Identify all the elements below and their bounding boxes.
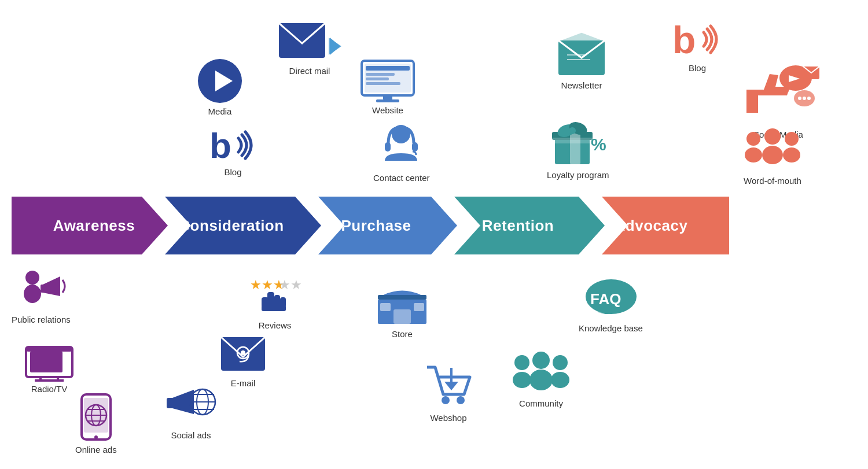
blog-consideration-icon: b bbox=[208, 124, 258, 165]
svg-text:%: % bbox=[591, 135, 606, 154]
svg-point-77 bbox=[513, 372, 531, 388]
store-icon bbox=[373, 278, 431, 327]
svg-rect-52 bbox=[412, 142, 418, 152]
svg-point-88 bbox=[803, 97, 806, 100]
svg-point-1 bbox=[24, 285, 41, 303]
community-icon bbox=[509, 350, 573, 396]
reviews-item: ★★★ ★★ Reviews bbox=[249, 272, 301, 330]
svg-marker-2 bbox=[43, 276, 60, 296]
word-of-mouth-icon bbox=[741, 127, 804, 173]
svg-point-87 bbox=[798, 97, 801, 100]
blog-advocacy-item: b Blog bbox=[671, 17, 723, 73]
svg-rect-3 bbox=[41, 285, 44, 293]
svg-point-81 bbox=[529, 370, 553, 390]
svg-rect-48 bbox=[383, 95, 392, 100]
svg-point-76 bbox=[514, 355, 529, 370]
blog-consideration-label: Blog bbox=[224, 167, 241, 177]
blog-advocacy-label: Blog bbox=[689, 63, 706, 73]
svg-rect-55 bbox=[393, 309, 411, 324]
svg-rect-6 bbox=[26, 347, 72, 352]
svg-rect-56 bbox=[380, 303, 391, 311]
public-relations-item: Public relations bbox=[12, 266, 71, 324]
website-item: Website bbox=[359, 58, 417, 115]
svg-point-0 bbox=[25, 271, 39, 285]
community-item: Community bbox=[509, 350, 573, 408]
svg-point-92 bbox=[745, 147, 762, 163]
svg-point-93 bbox=[785, 132, 799, 146]
social-media-icon bbox=[735, 58, 822, 127]
reviews-label: Reviews bbox=[259, 320, 292, 330]
svg-point-91 bbox=[746, 132, 760, 146]
loyalty-program-label: Loyalty program bbox=[547, 170, 609, 180]
svg-rect-44 bbox=[366, 66, 410, 71]
webshop-item: Webshop bbox=[422, 359, 475, 423]
direct-mail-label: Direct mail bbox=[289, 66, 330, 76]
retention-label: Retention bbox=[431, 217, 605, 235]
svg-point-78 bbox=[553, 355, 568, 370]
svg-point-71 bbox=[569, 127, 576, 134]
svg-rect-67 bbox=[570, 132, 580, 164]
radio-tv-item: Radio/TV bbox=[23, 341, 75, 394]
reviews-icon: ★★★ ★★ bbox=[249, 272, 301, 318]
svg-rect-45 bbox=[366, 73, 395, 76]
social-ads-item: Social ads bbox=[162, 382, 220, 440]
arrow-awareness: Awareness bbox=[12, 197, 168, 254]
radio-tv-label: Radio/TV bbox=[31, 384, 68, 394]
arrow-consideration: Consideration bbox=[142, 197, 321, 254]
email-item: E-mail bbox=[220, 333, 266, 388]
website-label: Website bbox=[372, 105, 403, 115]
email-icon bbox=[220, 333, 266, 376]
media-icon bbox=[197, 58, 243, 104]
webshop-label: Webshop bbox=[430, 413, 466, 423]
svg-rect-53 bbox=[378, 295, 426, 300]
radio-tv-icon bbox=[23, 341, 75, 382]
diagram-container: Awareness Consideration Purchase Retenti… bbox=[0, 0, 868, 469]
arrow-retention: Retention bbox=[431, 197, 605, 254]
svg-point-89 bbox=[807, 97, 811, 100]
svg-point-96 bbox=[762, 146, 783, 164]
knowledge-base-label: Knowledge base bbox=[579, 323, 643, 333]
contact-center-icon bbox=[377, 121, 426, 171]
svg-rect-51 bbox=[385, 142, 391, 152]
svg-point-80 bbox=[532, 352, 550, 369]
loyalty-program-item: % Loyalty program bbox=[547, 116, 609, 180]
knowledge-base-item: FAQ Knowledge base bbox=[579, 278, 643, 333]
consideration-label: Consideration bbox=[142, 217, 321, 235]
svg-text:★★: ★★ bbox=[279, 278, 301, 292]
webshop-icon bbox=[422, 359, 475, 411]
svg-rect-5 bbox=[30, 352, 62, 372]
svg-rect-47 bbox=[366, 82, 400, 85]
media-label: Media bbox=[208, 106, 232, 116]
loyalty-program-icon: % bbox=[549, 116, 607, 168]
svg-rect-36 bbox=[167, 398, 174, 408]
svg-point-17 bbox=[94, 435, 98, 439]
public-relations-icon bbox=[15, 266, 67, 312]
svg-point-79 bbox=[551, 372, 569, 388]
newsletter-item: Newsletter bbox=[556, 29, 608, 90]
svg-marker-20 bbox=[330, 38, 340, 55]
direct-mail-item: Direct mail bbox=[278, 17, 341, 76]
svg-point-34 bbox=[241, 350, 245, 355]
online-ads-item: Online ads bbox=[75, 393, 117, 455]
svg-rect-49 bbox=[376, 99, 399, 102]
blog-advocacy-icon: b bbox=[671, 17, 723, 61]
svg-text:b: b bbox=[672, 19, 696, 61]
svg-marker-59 bbox=[444, 382, 458, 390]
svg-rect-31 bbox=[262, 305, 286, 311]
svg-rect-57 bbox=[414, 303, 424, 311]
store-label: Store bbox=[392, 329, 413, 339]
social-ads-icon bbox=[162, 382, 220, 428]
public-relations-label: Public relations bbox=[12, 315, 71, 324]
svg-point-95 bbox=[764, 128, 781, 145]
svg-point-94 bbox=[783, 147, 800, 163]
social-ads-label: Social ads bbox=[171, 430, 211, 440]
community-label: Community bbox=[519, 398, 563, 408]
svg-rect-46 bbox=[366, 77, 389, 80]
svg-point-60 bbox=[442, 396, 450, 404]
email-label: E-mail bbox=[231, 378, 256, 388]
online-ads-label: Online ads bbox=[75, 445, 117, 455]
knowledge-base-icon: FAQ bbox=[583, 278, 638, 321]
direct-mail-icon bbox=[278, 17, 341, 64]
newsletter-icon bbox=[556, 29, 608, 78]
store-item: Store bbox=[373, 278, 431, 339]
